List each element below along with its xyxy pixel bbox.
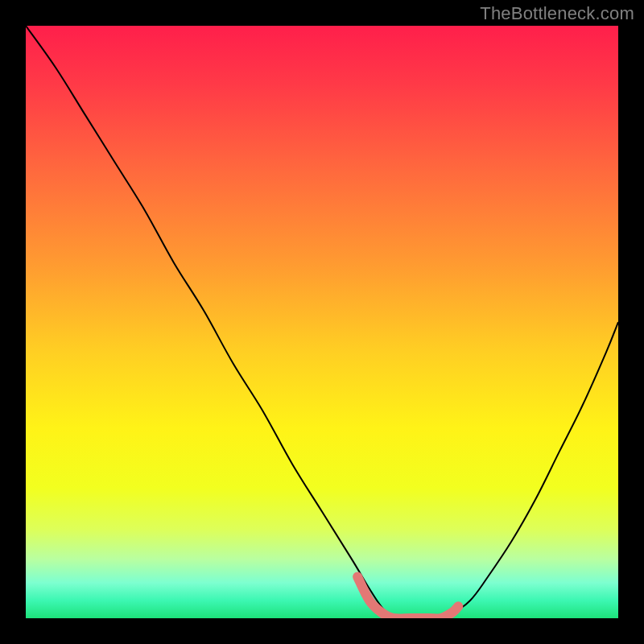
plot-curves	[26, 26, 618, 618]
bottleneck-curve	[26, 26, 618, 618]
plot-frame	[26, 26, 618, 618]
chart-container: TheBottleneck.com	[0, 0, 644, 644]
highlight-band	[357, 576, 458, 618]
watermark-text: TheBottleneck.com	[480, 3, 634, 24]
